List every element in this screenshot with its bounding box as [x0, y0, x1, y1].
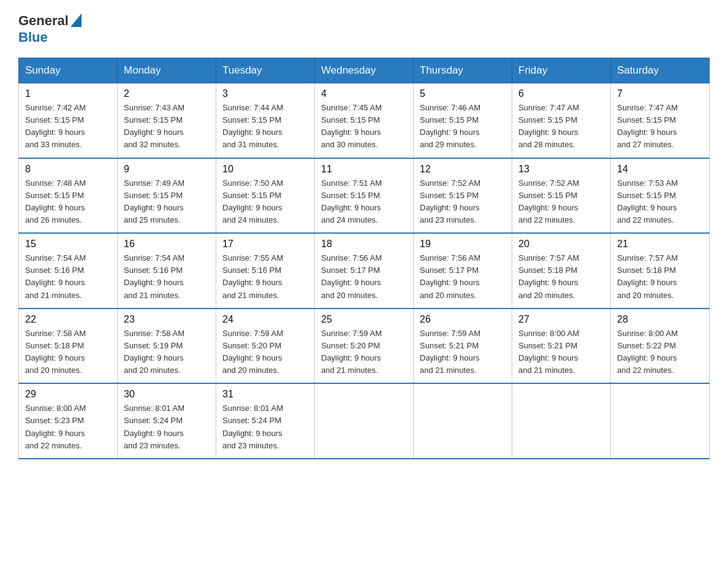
day-info: Sunrise: 8:00 AM Sunset: 5:21 PM Dayligh…	[518, 327, 604, 377]
day-info: Sunrise: 8:00 AM Sunset: 5:22 PM Dayligh…	[617, 327, 703, 377]
calendar-cell: 5 Sunrise: 7:46 AM Sunset: 5:15 PM Dayli…	[414, 83, 512, 158]
day-info: Sunrise: 7:55 AM Sunset: 5:16 PM Dayligh…	[222, 252, 308, 302]
day-number: 25	[321, 314, 407, 325]
calendar-cell: 16 Sunrise: 7:54 AM Sunset: 5:16 PM Dayl…	[118, 233, 216, 308]
logo-blue-text: Blue	[18, 29, 48, 45]
day-info: Sunrise: 7:56 AM Sunset: 5:17 PM Dayligh…	[420, 252, 506, 302]
logo: General Blue	[18, 12, 82, 45]
calendar-cell: 9 Sunrise: 7:49 AM Sunset: 5:15 PM Dayli…	[118, 158, 216, 234]
day-info: Sunrise: 7:54 AM Sunset: 5:16 PM Dayligh…	[25, 252, 111, 302]
day-number: 10	[222, 164, 308, 175]
header-monday: Monday	[118, 58, 216, 83]
calendar-cell: 14 Sunrise: 7:53 AM Sunset: 5:15 PM Dayl…	[611, 158, 710, 234]
week-row-1: 1 Sunrise: 7:42 AM Sunset: 5:15 PM Dayli…	[19, 83, 710, 158]
calendar-cell: 8 Sunrise: 7:48 AM Sunset: 5:15 PM Dayli…	[19, 158, 118, 234]
calendar-cell: 19 Sunrise: 7:56 AM Sunset: 5:17 PM Dayl…	[414, 233, 512, 308]
day-number: 5	[420, 88, 506, 99]
calendar-cell: 17 Sunrise: 7:55 AM Sunset: 5:16 PM Dayl…	[216, 233, 315, 308]
calendar-cell: 25 Sunrise: 7:59 AM Sunset: 5:20 PM Dayl…	[315, 308, 414, 384]
header-friday: Friday	[512, 58, 611, 83]
calendar-cell: 2 Sunrise: 7:43 AM Sunset: 5:15 PM Dayli…	[118, 83, 216, 158]
calendar-cell: 22 Sunrise: 7:58 AM Sunset: 5:18 PM Dayl…	[19, 308, 118, 384]
day-number: 16	[124, 239, 210, 250]
calendar-cell: 31 Sunrise: 8:01 AM Sunset: 5:24 PM Dayl…	[216, 383, 315, 459]
calendar-cell: 10 Sunrise: 7:50 AM Sunset: 5:15 PM Dayl…	[216, 158, 315, 234]
day-info: Sunrise: 7:44 AM Sunset: 5:15 PM Dayligh…	[222, 102, 308, 151]
calendar-cell: 11 Sunrise: 7:51 AM Sunset: 5:15 PM Dayl…	[315, 158, 414, 234]
day-number: 23	[124, 314, 210, 325]
logo-general-text: General	[18, 13, 69, 29]
day-info: Sunrise: 7:46 AM Sunset: 5:15 PM Dayligh…	[420, 102, 506, 151]
header-tuesday: Tuesday	[216, 58, 315, 83]
day-number: 3	[222, 88, 308, 99]
day-number: 6	[518, 88, 604, 99]
day-info: Sunrise: 8:01 AM Sunset: 5:24 PM Dayligh…	[124, 402, 210, 452]
day-info: Sunrise: 7:58 AM Sunset: 5:18 PM Dayligh…	[25, 327, 111, 377]
calendar-cell	[414, 383, 512, 459]
day-number: 30	[124, 389, 210, 400]
calendar-cell: 4 Sunrise: 7:45 AM Sunset: 5:15 PM Dayli…	[315, 83, 414, 158]
week-row-5: 29 Sunrise: 8:00 AM Sunset: 5:23 PM Dayl…	[19, 383, 710, 459]
logo-triangle-icon	[70, 13, 82, 29]
day-info: Sunrise: 7:50 AM Sunset: 5:15 PM Dayligh…	[222, 177, 308, 227]
calendar-cell: 30 Sunrise: 8:01 AM Sunset: 5:24 PM Dayl…	[118, 383, 216, 459]
day-info: Sunrise: 7:56 AM Sunset: 5:17 PM Dayligh…	[321, 252, 407, 302]
day-number: 22	[25, 314, 111, 325]
calendar-cell: 26 Sunrise: 7:59 AM Sunset: 5:21 PM Dayl…	[414, 308, 512, 384]
day-info: Sunrise: 7:51 AM Sunset: 5:15 PM Dayligh…	[321, 177, 407, 227]
day-number: 1	[25, 88, 111, 99]
calendar-cell: 6 Sunrise: 7:47 AM Sunset: 5:15 PM Dayli…	[512, 83, 611, 158]
day-info: Sunrise: 7:57 AM Sunset: 5:18 PM Dayligh…	[617, 252, 703, 302]
day-info: Sunrise: 7:42 AM Sunset: 5:15 PM Dayligh…	[25, 102, 111, 151]
day-info: Sunrise: 7:52 AM Sunset: 5:15 PM Dayligh…	[518, 177, 604, 227]
calendar-cell: 28 Sunrise: 8:00 AM Sunset: 5:22 PM Dayl…	[611, 308, 710, 384]
day-number: 2	[124, 88, 210, 99]
day-number: 11	[321, 164, 407, 175]
calendar-cell: 3 Sunrise: 7:44 AM Sunset: 5:15 PM Dayli…	[216, 83, 315, 158]
week-row-3: 15 Sunrise: 7:54 AM Sunset: 5:16 PM Dayl…	[19, 233, 710, 308]
day-info: Sunrise: 7:53 AM Sunset: 5:15 PM Dayligh…	[617, 177, 703, 227]
header-sunday: Sunday	[19, 58, 118, 83]
calendar-cell: 24 Sunrise: 7:59 AM Sunset: 5:20 PM Dayl…	[216, 308, 315, 384]
day-number: 8	[25, 164, 111, 175]
day-number: 26	[420, 314, 506, 325]
day-number: 4	[321, 88, 407, 99]
day-number: 12	[420, 164, 506, 175]
calendar-cell: 21 Sunrise: 7:57 AM Sunset: 5:18 PM Dayl…	[611, 233, 710, 308]
calendar-cell	[611, 383, 710, 459]
day-number: 17	[222, 239, 308, 250]
day-number: 14	[617, 164, 703, 175]
day-info: Sunrise: 7:54 AM Sunset: 5:16 PM Dayligh…	[124, 252, 210, 302]
day-info: Sunrise: 7:52 AM Sunset: 5:15 PM Dayligh…	[420, 177, 506, 227]
day-info: Sunrise: 7:59 AM Sunset: 5:21 PM Dayligh…	[420, 327, 506, 377]
calendar-cell	[315, 383, 414, 459]
day-info: Sunrise: 7:47 AM Sunset: 5:15 PM Dayligh…	[617, 102, 703, 151]
day-info: Sunrise: 7:47 AM Sunset: 5:15 PM Dayligh…	[518, 102, 604, 151]
day-info: Sunrise: 7:59 AM Sunset: 5:20 PM Dayligh…	[321, 327, 407, 377]
day-number: 21	[617, 239, 703, 250]
day-number: 20	[518, 239, 604, 250]
calendar-cell: 1 Sunrise: 7:42 AM Sunset: 5:15 PM Dayli…	[19, 83, 118, 158]
day-number: 19	[420, 239, 506, 250]
day-number: 15	[25, 239, 111, 250]
week-row-2: 8 Sunrise: 7:48 AM Sunset: 5:15 PM Dayli…	[19, 158, 710, 234]
day-number: 31	[222, 389, 308, 400]
day-info: Sunrise: 8:01 AM Sunset: 5:24 PM Dayligh…	[222, 402, 308, 452]
page-header: General Blue	[18, 12, 710, 45]
day-number: 7	[617, 88, 703, 99]
svg-marker-0	[70, 13, 82, 27]
day-info: Sunrise: 7:48 AM Sunset: 5:15 PM Dayligh…	[25, 177, 111, 227]
day-info: Sunrise: 7:43 AM Sunset: 5:15 PM Dayligh…	[124, 102, 210, 151]
calendar-cell: 27 Sunrise: 8:00 AM Sunset: 5:21 PM Dayl…	[512, 308, 611, 384]
day-info: Sunrise: 7:57 AM Sunset: 5:18 PM Dayligh…	[518, 252, 604, 302]
day-number: 13	[518, 164, 604, 175]
day-info: Sunrise: 7:45 AM Sunset: 5:15 PM Dayligh…	[321, 102, 407, 151]
header-saturday: Saturday	[611, 58, 710, 83]
calendar-cell: 7 Sunrise: 7:47 AM Sunset: 5:15 PM Dayli…	[611, 83, 710, 158]
day-info: Sunrise: 8:00 AM Sunset: 5:23 PM Dayligh…	[25, 402, 111, 452]
calendar-header-row: SundayMondayTuesdayWednesdayThursdayFrid…	[19, 58, 710, 83]
week-row-4: 22 Sunrise: 7:58 AM Sunset: 5:18 PM Dayl…	[19, 308, 710, 384]
calendar-cell: 15 Sunrise: 7:54 AM Sunset: 5:16 PM Dayl…	[19, 233, 118, 308]
header-thursday: Thursday	[414, 58, 512, 83]
calendar-cell: 29 Sunrise: 8:00 AM Sunset: 5:23 PM Dayl…	[19, 383, 118, 459]
